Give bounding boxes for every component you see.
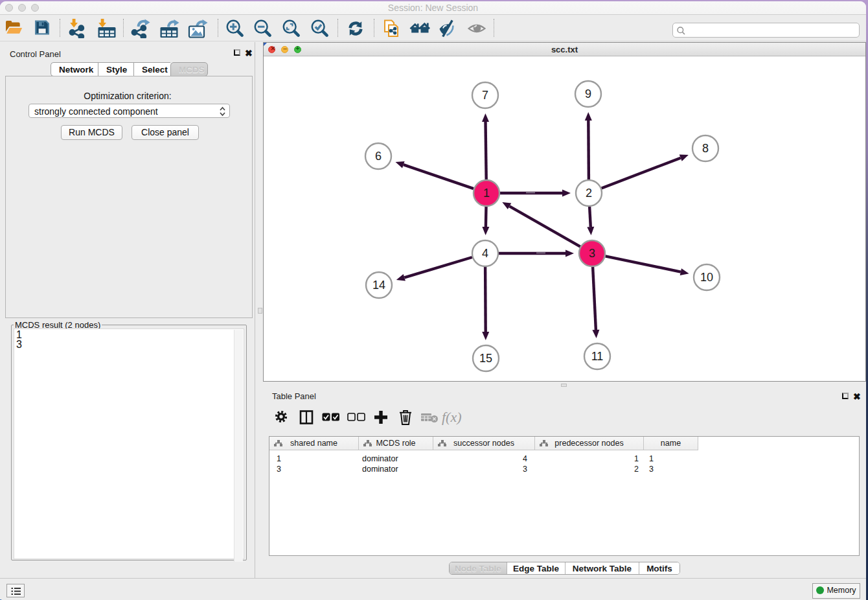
svg-text:1: 1 <box>483 187 490 200</box>
svg-text:14: 14 <box>372 279 385 292</box>
svg-text:3: 3 <box>589 247 595 260</box>
svg-text:4: 4 <box>482 247 488 260</box>
svg-text:6: 6 <box>375 150 382 163</box>
svg-text:7: 7 <box>482 89 488 102</box>
svg-text:9: 9 <box>585 87 591 100</box>
svg-text:15: 15 <box>479 352 492 365</box>
svg-text:10: 10 <box>700 271 713 284</box>
svg-text:8: 8 <box>702 142 709 155</box>
svg-text:2: 2 <box>586 187 592 200</box>
svg-text:11: 11 <box>591 350 604 363</box>
